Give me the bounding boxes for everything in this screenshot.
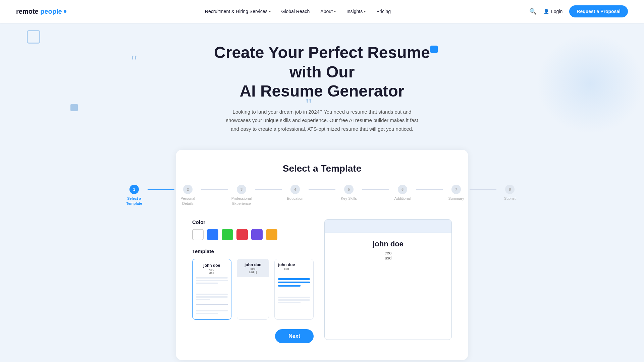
step-circle-6[interactable]: 6 xyxy=(398,185,407,194)
swatch-blue[interactable] xyxy=(207,229,218,240)
nav-item-insights[interactable]: Insights ▾ xyxy=(346,9,366,14)
nav-item-about[interactable]: About ▾ xyxy=(320,9,336,14)
step-line-2 xyxy=(201,189,228,190)
step-label-2: PersonalDetails xyxy=(174,196,201,206)
step-7: 7 Summary xyxy=(443,185,470,201)
template-2-body xyxy=(250,277,256,314)
preview-location: asd xyxy=(333,255,443,260)
preview-divider-2 xyxy=(333,271,443,271)
step-label-3: ProfessionalExperience xyxy=(228,196,255,206)
preview-body: john doe ceo asd xyxy=(325,233,451,293)
step-label-8: Submit xyxy=(496,196,523,201)
chevron-down-icon: ▾ xyxy=(334,10,336,13)
preview-divider-3 xyxy=(333,276,443,276)
preview-divider-4 xyxy=(333,281,443,281)
person-icon: 👤 xyxy=(543,9,549,14)
step-3: 3 ProfessionalExperience xyxy=(228,185,255,206)
step-8: 8 Submit xyxy=(496,185,523,201)
step-label-6: Additional xyxy=(389,196,416,201)
step-circle-2[interactable]: 2 xyxy=(183,185,193,194)
swatch-green[interactable] xyxy=(222,229,233,240)
template-label: Template xyxy=(192,248,314,254)
swatch-orange[interactable] xyxy=(266,229,277,240)
template-3-detail: ~~~ xyxy=(292,272,296,274)
template-1-role: ceo xyxy=(209,268,214,271)
template-card-2[interactable]: john doe ceo asd | | xyxy=(237,259,269,320)
hero-title: Create Your Perfect Resume with Our AI R… xyxy=(205,43,439,101)
template-card-3[interactable]: john doe ceo ~~~ xyxy=(274,259,314,320)
request-proposal-button[interactable]: Request a Proposal xyxy=(569,5,628,17)
login-button[interactable]: 👤 Login xyxy=(543,9,562,14)
next-btn-wrap: Next xyxy=(192,329,314,343)
step-5: 5 Key Skills xyxy=(335,185,362,201)
template-2-role: ceo xyxy=(240,267,266,270)
swatch-white[interactable] xyxy=(192,229,204,240)
step-circle-5[interactable]: 5 xyxy=(344,185,354,194)
step-4: 4 Education xyxy=(282,185,309,201)
color-label: Color xyxy=(192,219,314,225)
template-2-name: john doe xyxy=(240,262,266,267)
step-label-4: Education xyxy=(282,196,309,201)
step-line-7 xyxy=(470,189,496,190)
template-card-1[interactable]: john doe ceo asd xyxy=(192,259,231,320)
left-panel: Color Template john doe ceo asd xyxy=(192,219,314,343)
swatch-purple[interactable] xyxy=(251,229,263,240)
color-swatches xyxy=(192,229,314,240)
nav-item-global[interactable]: Global Reach xyxy=(281,9,310,14)
step-circle-3[interactable]: 3 xyxy=(237,185,246,194)
templates-row: john doe ceo asd xyxy=(192,259,314,320)
preview-header xyxy=(325,220,451,233)
nav-item-pricing[interactable]: Pricing xyxy=(376,9,391,14)
step-circle-8[interactable]: 8 xyxy=(505,185,515,194)
template-1-name: john doe xyxy=(203,263,220,268)
search-button[interactable]: 🔍 xyxy=(529,8,537,15)
hero-subtitle: Looking to land your dream job in 2024? … xyxy=(221,108,423,133)
step-label-5: Key Skills xyxy=(335,196,362,201)
logo-dot xyxy=(64,10,66,13)
preview-divider-1 xyxy=(333,266,443,266)
navbar: remote people Recruitment & Hiring Servi… xyxy=(0,0,644,23)
deco-quote-close: " xyxy=(305,97,312,113)
template-1-loc: asd xyxy=(209,271,214,275)
swatch-red[interactable] xyxy=(236,229,248,240)
step-circle-7[interactable]: 7 xyxy=(451,185,461,194)
nav-right: 🔍 👤 Login Request a Proposal xyxy=(529,5,628,17)
template-3-header: john doe ceo xyxy=(278,262,310,270)
preview-role: ceo xyxy=(333,250,443,255)
step-6: 6 Additional xyxy=(389,185,416,201)
resume-preview: john doe ceo asd xyxy=(324,219,452,340)
template-3-name: john doe xyxy=(278,262,295,267)
step-line-3 xyxy=(255,189,282,190)
nav-item-recruitment[interactable]: Recruitment & Hiring Services ▾ xyxy=(205,9,271,14)
step-line-1 xyxy=(148,189,174,190)
step-line-4 xyxy=(309,189,335,190)
card-title: Select a Template xyxy=(192,163,452,174)
step-1: 1 Select aTemplate xyxy=(121,185,148,206)
step-circle-4[interactable]: 4 xyxy=(290,185,300,194)
nav-center: Recruitment & Hiring Services ▾ Global R… xyxy=(205,9,391,14)
hero-section: " " Create Your Perfect Resume with Our … xyxy=(0,23,644,140)
step-line-5 xyxy=(362,189,389,190)
template-2-loc: asd | | xyxy=(240,270,266,274)
deco-quote-open: " xyxy=(131,53,138,69)
step-2: 2 PersonalDetails xyxy=(174,185,201,206)
step-line-6 xyxy=(416,189,443,190)
preview-name: john doe xyxy=(333,240,443,248)
next-button[interactable]: Next xyxy=(275,329,314,343)
logo-text: remote people xyxy=(16,8,62,15)
template-2-header: john doe ceo asd | | xyxy=(237,259,269,277)
template-3-role: ceo xyxy=(278,267,295,270)
main-card: Select a Template 1 Select aTemplate 2 P… xyxy=(176,150,468,360)
chevron-down-icon: ▾ xyxy=(269,10,271,13)
stepper: 1 Select aTemplate 2 PersonalDetails 3 P… xyxy=(192,185,452,206)
chevron-down-icon: ▾ xyxy=(364,10,366,13)
content-row: Color Template john doe ceo asd xyxy=(192,219,452,343)
step-circle-1[interactable]: 1 xyxy=(129,185,139,194)
step-label-7: Summary xyxy=(443,196,470,201)
logo[interactable]: remote people xyxy=(16,8,66,15)
step-label-1: Select aTemplate xyxy=(121,196,148,206)
